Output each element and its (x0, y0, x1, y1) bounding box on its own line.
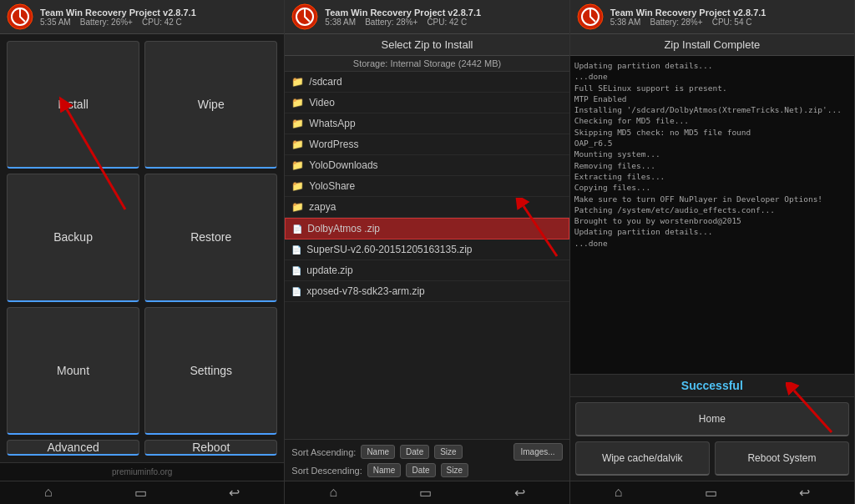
zip-icon: 📄 (291, 287, 301, 296)
panel1-header-text: Team Win Recovery Project v2.8.7.1 5:35 … (40, 8, 196, 27)
file-list: 📁 /sdcard 📁 Video 📁 WhatsApp 📁 WordPress… (285, 72, 569, 439)
install-complete-title: Zip Install Complete (570, 34, 854, 56)
panel-main-menu: Team Win Recovery Project v2.8.7.1 5:35 … (0, 0, 285, 504)
folder-icon: 📁 (291, 139, 304, 150)
wipe-button[interactable]: Wipe (144, 41, 277, 169)
install-button[interactable]: Install (7, 41, 139, 169)
log-output: Updating partition details......doneFull… (570, 56, 854, 374)
back-nav-icon[interactable]: ↩ (229, 485, 240, 501)
panel2-status: 5:38 AM Battery: 28%+ CPU: 42 C (325, 18, 481, 27)
file-item-xposed[interactable]: 📄 xposed-v78-sdk23-arm.zip (285, 281, 569, 302)
panel1-nav: ⌂ ▭ ↩ (0, 481, 284, 504)
panel2-header-text: Team Win Recovery Project v2.8.7.1 5:38 … (325, 8, 481, 27)
file-item-yolodownloads[interactable]: 📁 YoloDownloads (285, 155, 569, 176)
panel3-header: Team Win Recovery Project v2.8.7.1 5:38 … (570, 0, 854, 34)
sort-desc-date[interactable]: Date (406, 463, 435, 477)
file-item-update[interactable]: 📄 update.zip (285, 260, 569, 281)
sort-asc-size[interactable]: Size (434, 445, 462, 459)
action-buttons: Home Wipe cache/dalvik Reboot System (570, 397, 854, 481)
panel3-header-text: Team Win Recovery Project v2.8.7.1 5:38 … (610, 8, 766, 27)
sort-ascending-row: Sort Ascending: Name Date Size Images... (291, 443, 562, 461)
storage-info: Storage: Internal Storage (2442 MB) (285, 56, 569, 72)
sort-desc-name[interactable]: Name (367, 463, 402, 477)
file-item-wordpress[interactable]: 📁 WordPress (285, 134, 569, 155)
panel1-footer: premiuminfo.org (0, 462, 284, 481)
file-item-yoloshare[interactable]: 📁 YoloShare (285, 176, 569, 197)
restore-button[interactable]: Restore (144, 174, 277, 301)
folder-icon: 📁 (291, 159, 304, 171)
sort-bar: Sort Ascending: Name Date Size Images...… (285, 439, 569, 481)
settings-button[interactable]: Settings (144, 307, 277, 435)
panel3-title: Team Win Recovery Project v2.8.7.1 (610, 8, 766, 18)
home-nav-icon-3[interactable]: ⌂ (615, 485, 623, 501)
recents-nav-icon[interactable]: ▭ (134, 485, 147, 501)
reboot-system-button[interactable]: Reboot System (715, 441, 849, 476)
zip-icon: 📄 (291, 266, 301, 275)
backup-button[interactable]: Backup (7, 174, 139, 301)
folder-icon: 📁 (291, 97, 304, 108)
folder-icon: 📁 (291, 76, 304, 88)
sort-asc-date[interactable]: Date (400, 445, 429, 459)
folder-icon: 📁 (291, 201, 304, 213)
sort-asc-name[interactable]: Name (361, 445, 395, 459)
zip-icon: 📄 (291, 245, 301, 255)
recents-nav-icon-2[interactable]: ▭ (419, 485, 432, 501)
success-bar: Successful (570, 374, 854, 397)
file-item-supersu[interactable]: 📄 SuperSU-v2.60-20151205163135.zip (285, 239, 569, 260)
twrp-logo-3 (577, 3, 604, 30)
file-item-zapya[interactable]: 📁 zapya (285, 197, 569, 218)
panel3-nav: ⌂ ▭ ↩ (570, 481, 854, 504)
file-item-dolbyatmos[interactable]: 📄 DolbyAtmos .zip (285, 218, 569, 239)
panel1-title: Team Win Recovery Project v2.8.7.1 (40, 8, 196, 18)
home-nav-icon[interactable]: ⌂ (44, 485, 53, 501)
back-nav-icon-2[interactable]: ↩ (514, 485, 525, 501)
panel1-status: 5:35 AM Battery: 26%+ CPU: 42 C (40, 18, 196, 27)
images-button[interactable]: Images... (514, 443, 563, 461)
home-button[interactable]: Home (575, 402, 849, 436)
panel2-nav: ⌂ ▭ ↩ (285, 481, 569, 504)
panel-file-browser: Team Win Recovery Project v2.8.7.1 5:38 … (285, 0, 569, 504)
folder-icon: 📁 (291, 180, 304, 192)
zip-icon: 📄 (292, 224, 302, 234)
sort-desc-size[interactable]: Size (441, 463, 468, 477)
twrp-logo-2 (291, 3, 318, 30)
file-item-sdcard[interactable]: 📁 /sdcard (285, 72, 569, 93)
back-nav-icon-3[interactable]: ↩ (799, 485, 810, 501)
main-menu-grid: Install Wipe Backup Restore Mount Settin… (0, 34, 284, 462)
sort-descending-row: Sort Descending: Name Date Size (291, 463, 562, 477)
wipe-cache-button[interactable]: Wipe cache/dalvik (575, 441, 710, 476)
panel2-title: Team Win Recovery Project v2.8.7.1 (325, 8, 481, 18)
file-item-video[interactable]: 📁 Video (285, 93, 569, 113)
success-text: Successful (681, 379, 743, 392)
panel-install-complete: Team Win Recovery Project v2.8.7.1 5:38 … (570, 0, 855, 504)
file-item-whatsapp[interactable]: 📁 WhatsApp (285, 113, 569, 134)
panel3-status: 5:38 AM Battery: 28%+ CPU: 54 C (610, 18, 766, 27)
select-zip-title: Select Zip to Install (285, 34, 569, 56)
panel1-header: Team Win Recovery Project v2.8.7.1 5:35 … (0, 0, 284, 34)
panel2-header: Team Win Recovery Project v2.8.7.1 5:38 … (285, 0, 569, 34)
recents-nav-icon-3[interactable]: ▭ (705, 485, 717, 501)
folder-icon: 📁 (291, 118, 304, 129)
advanced-button[interactable]: Advanced (7, 440, 139, 456)
reboot-button[interactable]: Reboot (144, 440, 277, 456)
mount-button[interactable]: Mount (7, 307, 139, 435)
home-nav-icon-2[interactable]: ⌂ (329, 485, 337, 501)
twrp-logo (7, 3, 33, 30)
